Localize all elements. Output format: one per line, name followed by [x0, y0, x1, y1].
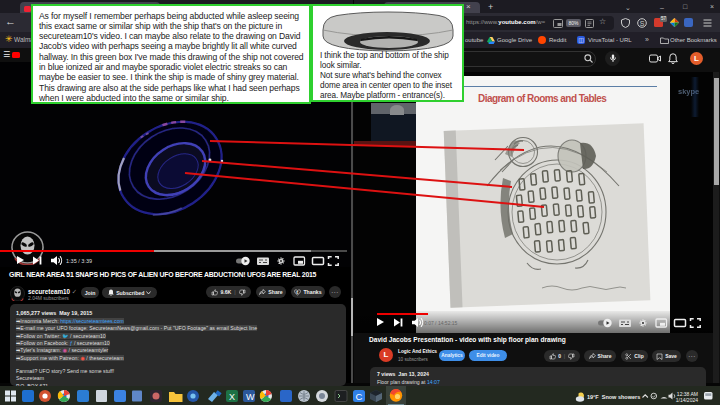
- svg-text:19°F Snow showers: 19°F Snow showers: [587, 394, 640, 400]
- svg-text:1/14/2024: 1/14/2024: [676, 397, 698, 403]
- svg-text:12:38 AM: 12:38 AM: [677, 391, 698, 397]
- svg-text:X: X: [229, 392, 235, 402]
- svg-text:W: W: [246, 392, 255, 402]
- svg-text:C: C: [356, 391, 363, 402]
